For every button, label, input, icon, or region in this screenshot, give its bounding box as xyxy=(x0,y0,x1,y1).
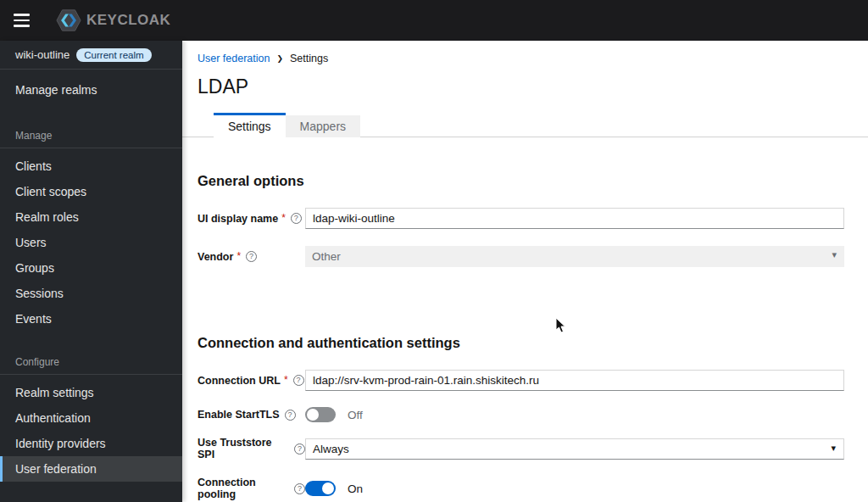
help-icon[interactable]: ? xyxy=(291,213,302,224)
truststore-selected-value: Always xyxy=(313,443,349,455)
vendor-select: Other ▾ xyxy=(305,246,844,267)
required-asterisk: * xyxy=(284,374,288,386)
ui-display-name-input[interactable] xyxy=(305,208,844,229)
connection-pooling-toggle[interactable] xyxy=(305,481,336,496)
toggle-state-label: Off xyxy=(348,409,363,421)
nav-section-title: Manage xyxy=(0,126,182,148)
ui-display-name-label: UI display name xyxy=(198,213,278,225)
vendor-row: Vendor * ? Other ▾ xyxy=(198,246,844,267)
sidebar-item-clients[interactable]: Clients xyxy=(0,153,182,179)
tabs: Settings Mappers xyxy=(182,113,868,137)
chevron-down-icon: ▾ xyxy=(832,249,837,260)
divider xyxy=(0,148,182,148)
nav-section-manage: Manage Clients Client scopes Realm roles… xyxy=(0,126,182,332)
required-asterisk: * xyxy=(281,212,286,224)
masthead: KEYCLOAK xyxy=(0,0,868,41)
use-truststore-spi-label: Use Truststore SPI xyxy=(198,437,289,460)
breadcrumb: User federation ❯ Settings xyxy=(198,53,844,64)
sidebar-item-authentication[interactable]: Authentication xyxy=(0,405,182,431)
help-icon[interactable]: ? xyxy=(293,375,304,386)
tab-mappers[interactable]: Mappers xyxy=(286,115,360,137)
use-truststore-spi-row: Use Truststore SPI ? Always ▾ xyxy=(198,437,844,460)
ui-display-name-row: UI display name * ? xyxy=(198,208,844,229)
enable-starttls-toggle[interactable] xyxy=(305,407,336,422)
breadcrumb-separator-icon: ❯ xyxy=(276,54,283,63)
vendor-label: Vendor xyxy=(198,251,233,263)
realm-name: wiki-outline xyxy=(15,48,70,61)
sidebar: wiki-outline Current realm Manage realms… xyxy=(0,41,182,502)
current-realm-badge: Current realm xyxy=(76,48,151,62)
toggle-state-label: On xyxy=(348,482,363,495)
enable-starttls-row: Enable StartTLS ? Off xyxy=(198,407,844,422)
breadcrumb-current: Settings xyxy=(290,53,328,64)
general-options-heading: General options xyxy=(198,173,844,189)
sidebar-item-users[interactable]: Users xyxy=(0,230,182,255)
help-icon[interactable]: ? xyxy=(294,443,305,455)
connection-url-row: Connection URL * ? xyxy=(198,370,844,391)
sidebar-item-identity-providers[interactable]: Identity providers xyxy=(0,431,182,456)
sidebar-item-realm-settings[interactable]: Realm settings xyxy=(0,380,182,405)
connection-pooling-label: Connection pooling xyxy=(198,477,289,500)
help-icon[interactable]: ? xyxy=(294,483,305,494)
ldap-settings-form: General options UI display name * ? Vend… xyxy=(182,173,868,500)
required-asterisk: * xyxy=(236,250,241,262)
sidebar-item-realm-roles[interactable]: Realm roles xyxy=(0,204,182,230)
sidebar-item-sessions[interactable]: Sessions xyxy=(0,281,182,306)
nav-section-configure: Configure Realm settings Authentication … xyxy=(0,352,182,482)
chevron-down-icon: ▾ xyxy=(831,443,836,454)
help-icon[interactable]: ? xyxy=(285,410,296,421)
sidebar-item-manage-realms[interactable]: Manage realms xyxy=(0,75,182,105)
connection-url-input[interactable] xyxy=(305,370,844,391)
use-truststore-spi-select[interactable]: Always ▾ xyxy=(305,438,844,460)
connection-url-label: Connection URL xyxy=(198,375,281,387)
connection-pooling-row: Connection pooling ? On xyxy=(198,477,844,500)
sidebar-item-client-scopes[interactable]: Client scopes xyxy=(0,179,182,204)
sidebar-item-events[interactable]: Events xyxy=(0,306,182,332)
keycloak-logo-icon xyxy=(56,8,81,33)
breadcrumb-user-federation-link[interactable]: User federation xyxy=(198,53,270,64)
page-title: LDAP xyxy=(198,75,853,98)
tab-settings[interactable]: Settings xyxy=(214,113,286,137)
sidebar-item-groups[interactable]: Groups xyxy=(0,255,182,281)
help-icon[interactable]: ? xyxy=(246,251,257,262)
sidebar-item-user-federation[interactable]: User federation xyxy=(0,456,182,482)
connection-settings-heading: Connection and authentication settings xyxy=(198,335,844,351)
nav-section-title: Configure xyxy=(0,352,182,374)
menu-hamburger-icon[interactable] xyxy=(14,12,34,29)
divider xyxy=(0,374,182,375)
brand-text: KEYCLOAK xyxy=(86,12,170,29)
vendor-selected-value: Other xyxy=(312,250,341,263)
realm-selector[interactable]: wiki-outline Current realm xyxy=(0,41,182,70)
main-content: User federation ❯ Settings LDAP Settings… xyxy=(182,41,868,502)
keycloak-logo[interactable]: KEYCLOAK xyxy=(56,8,170,33)
enable-starttls-label: Enable StartTLS xyxy=(198,409,280,421)
